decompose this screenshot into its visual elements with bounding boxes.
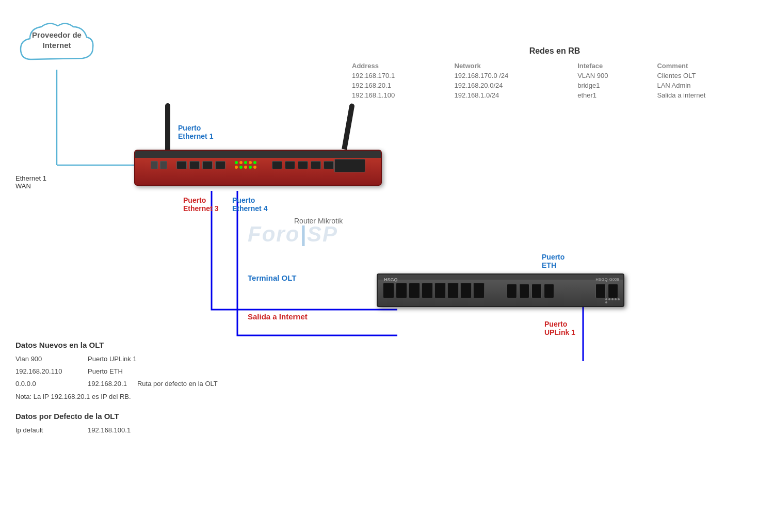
olt-eth-ports [507, 284, 554, 298]
table-cell: 192.168.170.1 [346, 71, 448, 80]
list-item: 192.168.20.110Puerto ETH [15, 366, 377, 377]
datos-nuevos-title: Datos Nuevos en la OLT [15, 341, 377, 349]
table-cell: LAN Admin [651, 80, 764, 90]
puerto-eth-label: Puerto ETH [542, 253, 565, 269]
datos-defecto-title: Datos por Defecto de la OLT [15, 412, 377, 421]
table-cell: 192.168.170.0 /24 [448, 71, 572, 80]
table-cell: ether1 [571, 90, 651, 100]
info-val: 192.168.100.1 [88, 425, 131, 436]
col-address: Address [346, 61, 448, 71]
puerto-uplink1-label: Puerto UPLink 1 [544, 320, 575, 336]
terminal-olt-label: Terminal OLT [248, 273, 296, 282]
col-interface: Inteface [571, 61, 651, 71]
col-comment: Comment [651, 61, 764, 71]
salida-internet-label: Salida a Internet [248, 312, 308, 321]
list-item: Vlan 900Puerto UPLink 1 [15, 353, 377, 365]
datos-nuevos-note: Nota: La IP 192.168.20.1 es IP del RB. [15, 393, 377, 400]
antenna-left [165, 103, 170, 150]
olt-sfp-ports [383, 283, 485, 298]
list-item: 0.0.0.0192.168.20.1Ruta por defecto en l… [15, 378, 377, 390]
table-cell: Clientes OLT [651, 71, 764, 80]
redes-table-body: 192.168.170.1192.168.170.0 /24VLAN 900Cl… [346, 71, 764, 100]
olt-device: HSGQ HSGQ-G008 [377, 273, 624, 315]
watermark: Foro|SP [248, 222, 338, 247]
redes-title: Redes en RB [346, 46, 764, 56]
datos-defecto-table: Ip default192.168.100.1 [15, 425, 377, 436]
antenna-right [342, 103, 354, 150]
info-key: Vlan 900 [15, 353, 77, 365]
puerto-ethernet3-label: Puerto Ethernet 3 [183, 196, 218, 213]
table-cell: bridge1 [571, 80, 651, 90]
cloud-label: Proveedor de Internet [15, 30, 98, 50]
router-mikrotik [134, 150, 382, 191]
redes-table: Address Network Inteface Comment 192.168… [346, 61, 764, 100]
table-cell: 192.168.20.1 [346, 80, 448, 90]
table-cell: 192.168.1.0/24 [448, 90, 572, 100]
info-extra: Ruta por defecto en la OLT [137, 378, 218, 390]
info-val: Puerto UPLink 1 [88, 353, 137, 365]
puerto-ethernet4-label: Puerto Ethernet 4 [232, 196, 267, 213]
datos-nuevos-section: Datos Nuevos en la OLT Vlan 900Puerto UP… [15, 341, 377, 437]
router-body [134, 150, 382, 186]
info-val: 192.168.20.1 [88, 378, 127, 390]
olt-uplink-ports [595, 284, 618, 298]
info-key: 192.168.20.110 [15, 366, 77, 377]
list-item: Ip default192.168.100.1 [15, 425, 377, 436]
table-cell: 192.168.20.0/24 [448, 80, 572, 90]
table-cell: VLAN 900 [571, 71, 651, 80]
datos-nuevos-table: Vlan 900Puerto UPLink 1192.168.20.110Pue… [15, 353, 377, 390]
info-key: 0.0.0.0 [15, 378, 77, 390]
router-mikrotik-label: Router Mikrotik [294, 217, 343, 225]
redes-en-rb-section: Redes en RB Address Network Inteface Com… [346, 46, 764, 100]
cloud-shape: Proveedor de Internet [15, 15, 98, 72]
puerto-ethernet1-label: Puerto Ethernet 1 [178, 124, 213, 140]
info-val: Puerto ETH [88, 366, 123, 377]
olt-body: HSGQ HSGQ-G008 [377, 273, 624, 307]
table-cell: 192.168.1.100 [346, 90, 448, 100]
olt-brand-label: HSGQ [384, 277, 398, 282]
col-network: Network [448, 61, 572, 71]
info-key: Ip default [15, 425, 77, 436]
ethernet1-wan-label: Ethernet 1 WAN [15, 174, 46, 190]
table-cell: Salida a internet [651, 90, 764, 100]
